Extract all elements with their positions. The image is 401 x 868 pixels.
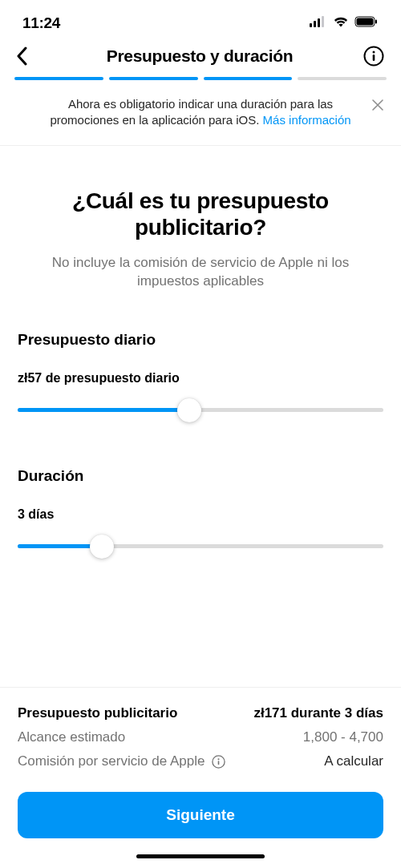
summary-reach-label: Alcance estimado bbox=[18, 729, 125, 745]
duration-label: Duración bbox=[18, 467, 383, 485]
summary-reach-value: 1,800 - 4,700 bbox=[303, 729, 383, 745]
info-banner: Ahora es obligatorio indicar una duració… bbox=[0, 96, 401, 146]
svg-point-8 bbox=[373, 51, 375, 54]
hero-title: ¿Cuál es tu presupuesto publicitario? bbox=[29, 188, 372, 241]
info-button[interactable] bbox=[363, 45, 385, 67]
header: Presupuesto y duración bbox=[0, 38, 401, 77]
svg-point-11 bbox=[218, 758, 220, 760]
status-indicators bbox=[310, 16, 379, 30]
svg-rect-1 bbox=[314, 21, 316, 27]
summary-fee-value: A calcular bbox=[324, 753, 383, 769]
close-icon bbox=[372, 99, 383, 111]
hero-subtitle: No incluye la comisión de servicio de Ap… bbox=[29, 254, 372, 291]
back-button[interactable] bbox=[16, 46, 37, 67]
progress-step-1 bbox=[14, 77, 103, 80]
info-icon bbox=[212, 755, 225, 769]
svg-rect-3 bbox=[322, 16, 324, 27]
summary-fee-label-text: Comisión por servicio de Apple bbox=[18, 753, 205, 769]
svg-rect-12 bbox=[218, 761, 220, 765]
budget-slider[interactable] bbox=[18, 398, 383, 422]
duration-section: Duración 3 días bbox=[0, 467, 401, 559]
fee-info-button[interactable] bbox=[212, 755, 225, 769]
cellular-icon bbox=[310, 16, 327, 30]
hero-section: ¿Cuál es tu presupuesto publicitario? No… bbox=[0, 146, 401, 291]
banner-link[interactable]: Más información bbox=[263, 113, 351, 127]
next-button[interactable]: Siguiente bbox=[18, 792, 383, 838]
summary-row-reach: Alcance estimado 1,800 - 4,700 bbox=[18, 729, 383, 745]
progress-step-3 bbox=[204, 77, 293, 80]
svg-rect-2 bbox=[318, 18, 320, 27]
summary-budget-label: Presupuesto publicitario bbox=[18, 705, 177, 721]
banner-close-button[interactable] bbox=[372, 99, 383, 114]
status-bar: 11:24 bbox=[0, 0, 401, 38]
chevron-left-icon bbox=[16, 46, 28, 66]
budget-value: zł57 de presupuesto diario bbox=[18, 371, 383, 386]
wifi-icon bbox=[333, 16, 349, 30]
budget-label: Presupuesto diario bbox=[18, 331, 383, 349]
svg-rect-6 bbox=[375, 20, 377, 24]
status-time: 11:24 bbox=[22, 14, 60, 32]
battery-icon bbox=[354, 16, 379, 30]
budget-section: Presupuesto diario zł57 de presupuesto d… bbox=[0, 331, 401, 422]
page-title: Presupuesto y duración bbox=[107, 46, 294, 66]
duration-value: 3 días bbox=[18, 507, 383, 522]
summary-row-fee: Comisión por servicio de Apple A calcula… bbox=[18, 753, 383, 769]
summary-budget-value: zł171 durante 3 días bbox=[253, 705, 383, 721]
progress-bar bbox=[0, 77, 401, 80]
svg-rect-9 bbox=[373, 55, 375, 61]
svg-rect-0 bbox=[310, 23, 312, 27]
duration-slider[interactable] bbox=[18, 535, 383, 559]
summary-row-budget: Presupuesto publicitario zł171 durante 3… bbox=[18, 705, 383, 721]
banner-text: Ahora es obligatorio indicar una duració… bbox=[35, 96, 366, 129]
progress-step-4 bbox=[298, 77, 387, 80]
home-indicator[interactable] bbox=[136, 854, 265, 858]
summary-panel: Presupuesto publicitario zł171 durante 3… bbox=[0, 687, 401, 868]
slider-thumb[interactable] bbox=[90, 535, 114, 559]
slider-thumb[interactable] bbox=[177, 398, 201, 422]
progress-step-2 bbox=[109, 77, 198, 80]
info-icon bbox=[363, 46, 384, 67]
slider-fill bbox=[18, 408, 189, 412]
svg-rect-5 bbox=[357, 18, 374, 26]
summary-fee-label: Comisión por servicio de Apple bbox=[18, 753, 225, 769]
